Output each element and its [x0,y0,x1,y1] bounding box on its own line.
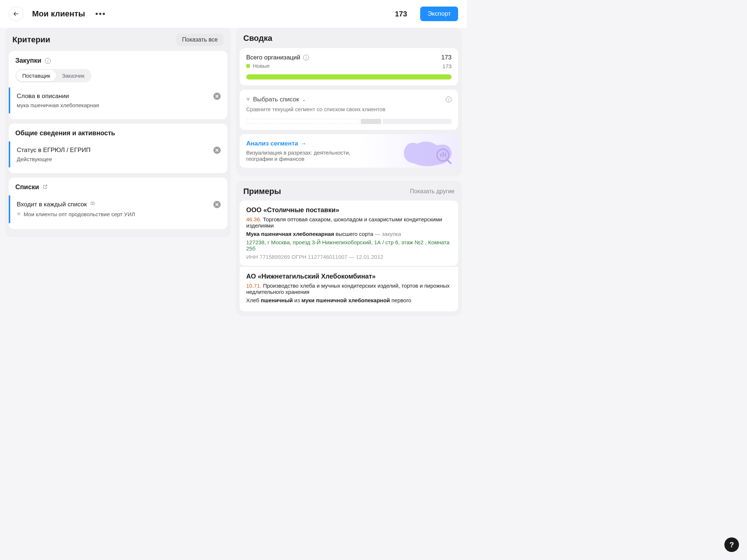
back-button[interactable] [9,7,23,21]
example-name: АО «Нижнетагильский Хлебокомбинат» [246,273,452,280]
example-item[interactable]: АО «Нижнетагильский Хлебокомбинат» 10.71… [240,267,458,311]
toggle-customer[interactable]: Заказчик [56,70,90,81]
toggle-supplier[interactable]: Поставщик [16,70,56,81]
example-desc: Хлеб пшеничный из муки пшеничной хлебопе… [246,297,452,303]
show-other-button[interactable]: Показать другие [410,188,454,195]
progress-bar [246,74,452,79]
map-illustration [400,137,454,168]
select-list-label: Выбрать список [253,96,299,103]
info-icon[interactable]: i [446,97,452,102]
info-icon[interactable]: i [45,58,51,64]
compare-desc: Сравните текущий сегмент со списком свои… [246,106,452,112]
heart-icon: ♥ [246,96,250,103]
examples-title: Примеры [243,187,281,196]
summary-title: Сводка [243,34,454,43]
remove-criterion-icon[interactable]: ✕ [213,201,221,208]
external-link-icon[interactable] [43,184,48,191]
new-label: Новые [253,63,270,69]
chevron-down-icon: ⌄ [302,97,306,102]
status-value: Действующее [17,156,221,162]
list-name: Мои клиенты опт продовольствие серт УИЛ [24,211,135,217]
words-label: Слова в описании [17,93,69,100]
analysis-card[interactable]: Анализ сегмента → Визуализация в разреза… [240,134,458,168]
info-icon[interactable]: i [303,55,309,61]
summary-panel: Сводка Всего организаций i 173 Новые 173 [236,28,462,176]
example-ids: ИНН 7715899269 ОГРН 1127746011007 — 12.0… [246,254,452,260]
example-name: ООО «Столичные поставки» [246,206,452,214]
role-toggle: Поставщик Заказчик [15,69,92,82]
criteria-title: Критерии [12,35,50,44]
zakupki-title: Закупки [15,57,41,65]
in-every-label: Входит в каждый список [17,201,87,208]
arrow-left-icon [12,10,20,18]
compare-list-card: ♥ Выбрать список ⌄ i Сравните текущий се… [240,90,458,130]
remove-criterion-icon[interactable]: ✕ [213,93,221,100]
arrow-right-icon: → [301,140,307,147]
status-label: Статус в ЕГРЮЛ / ЕГРИП [17,147,90,154]
svg-rect-4 [442,152,444,157]
criteria-panel: Критерии Показать все Закупки i Поставщи… [5,28,231,237]
example-item[interactable]: ООО «Столичные поставки» 46.36. Торговля… [240,201,458,266]
criteria-card-general: Общие сведения и активность Статус в ЕГР… [9,124,227,173]
page-title: Мои клиенты [32,9,85,19]
summary-totals-card: Всего организаций i 173 Новые 173 [240,48,458,85]
intersection-icon [90,201,96,208]
svg-rect-3 [440,153,442,157]
lists-title: Списки [15,183,39,191]
select-list-dropdown[interactable]: ♥ Выбрать список ⌄ [246,96,306,103]
total-count-badge: 173 [388,8,414,20]
example-address: 127238, г Москва, проезд 3-Й Нижнелихобо… [246,239,452,252]
svg-line-6 [447,159,451,163]
new-value: 173 [442,63,452,69]
example-okved: 10.71. Производство хлеба и мучных конди… [246,283,452,295]
more-menu[interactable]: ••• [95,9,106,19]
words-value: мука пшеничная хлебопекарная [17,102,221,108]
examples-panel: Примеры Показать другие ООО «Столичные п… [236,181,462,316]
example-okved: 46.36. Торговля оптовая сахаром, шоколад… [246,216,452,229]
example-desc: Мука пшеничная хлебопекарная высшего сор… [246,231,452,237]
remove-criterion-icon[interactable]: ✕ [213,147,221,154]
svg-rect-5 [445,153,446,157]
export-button[interactable]: Экспорт [420,7,458,21]
show-all-button[interactable]: Показать все [176,34,224,46]
legend-dot-new [246,64,250,68]
criteria-card-lists: Списки Входит в каждый список ✕ [9,178,227,229]
general-title: Общие сведения и активность [15,129,115,137]
total-orgs-label: Всего организаций [246,54,300,61]
heart-icon: ♥ [17,210,21,218]
criteria-card-zakupki: Закупки i Поставщик Заказчик Слова в опи… [9,51,227,119]
total-orgs-value: 173 [441,54,452,61]
compare-skeleton [246,119,452,124]
